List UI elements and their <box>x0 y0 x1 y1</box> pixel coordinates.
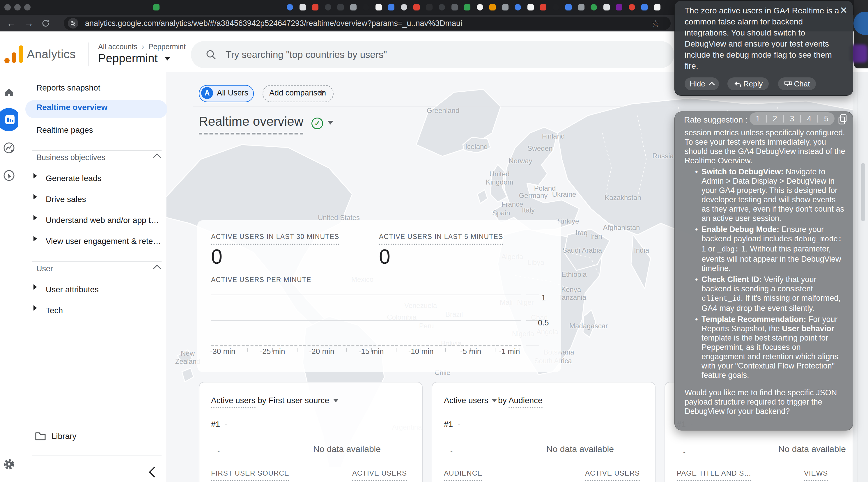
tab-favicon[interactable] <box>515 4 521 10</box>
macos-zoom-button[interactable] <box>24 4 31 10</box>
home-icon[interactable] <box>3 87 14 98</box>
suggestion-bullet: Template Recommendation: For your Report… <box>696 315 845 380</box>
expand-arrow-icon[interactable] <box>33 236 37 241</box>
macos-minimize-button[interactable] <box>14 4 21 10</box>
chat-button[interactable]: Chat <box>778 77 816 90</box>
tab-favicon[interactable] <box>325 4 331 10</box>
map-country-label: Kazakhstan <box>604 194 641 202</box>
explore-icon[interactable] <box>3 142 15 154</box>
sidebar-item-realtime-pages[interactable]: Realtime pages <box>36 124 93 136</box>
expand-arrow-icon[interactable] <box>33 194 37 199</box>
macos-close-button[interactable] <box>4 4 11 10</box>
tab-favicon[interactable] <box>616 4 622 10</box>
sidebar-section-business-objectives[interactable]: Business objectives <box>36 152 105 163</box>
reply-button[interactable]: Reply <box>727 77 769 90</box>
tab-favicon[interactable] <box>312 4 318 10</box>
card2-title[interactable]: Active users by Audience <box>444 396 542 405</box>
tab-favicon[interactable] <box>452 4 458 10</box>
tab-favicon[interactable] <box>363 4 369 10</box>
tab-favicon[interactable] <box>654 4 660 10</box>
expand-arrow-icon[interactable] <box>33 284 37 290</box>
card1-dimension-column[interactable]: FIRST USER SOURCE <box>211 469 289 481</box>
x-axis-label: -1 min <box>499 347 520 356</box>
chevron-down-icon[interactable] <box>328 121 333 125</box>
sidebar-item-view-engagement[interactable]: View user engagement & rete… <box>46 235 161 248</box>
rate-option-3[interactable]: 3 <box>784 115 801 123</box>
sidebar-item-user-attributes[interactable]: User attributes <box>46 283 99 296</box>
x-axis-label: -10 min <box>408 347 434 356</box>
tab-favicon[interactable] <box>553 4 559 10</box>
sidebar-item-realtime-overview[interactable]: Realtime overview <box>36 103 107 112</box>
sidebar-item-understand-web-app[interactable]: Understand web and/or app t… <box>46 214 159 227</box>
card1-metric-column[interactable]: ACTIVE USERS <box>352 469 407 481</box>
card3-dimension-column[interactable]: PAGE TITLE AND S… <box>677 469 751 481</box>
reload-icon[interactable] <box>41 19 50 28</box>
site-info-icon[interactable] <box>68 18 78 29</box>
tab-favicon[interactable] <box>578 4 585 10</box>
data-quality-check-icon[interactable]: ✓ <box>311 118 323 129</box>
tab-favicon[interactable] <box>153 4 159 10</box>
url-text[interactable]: analytics.google.com/analytics/web/#/a38… <box>85 17 462 30</box>
admin-gear-icon[interactable] <box>2 457 16 471</box>
close-icon[interactable]: × <box>840 4 847 16</box>
sidebar-item-library[interactable]: Library <box>52 430 76 443</box>
hide-button[interactable]: Hide <box>685 77 719 90</box>
sidebar-section-user[interactable]: User <box>36 263 53 275</box>
active-users-30min-label[interactable]: ACTIVE USERS IN LAST 30 MINUTES <box>211 233 339 245</box>
expand-arrow-icon[interactable] <box>33 173 37 179</box>
tab-favicon[interactable] <box>489 4 496 10</box>
active-users-5min-label[interactable]: ACTIVE USERS IN LAST 5 MINUTES <box>379 233 503 245</box>
scrollbar-thumb[interactable] <box>861 163 865 221</box>
property-selector[interactable]: Peppermint <box>98 52 167 65</box>
rate-option-5[interactable]: 5 <box>818 115 835 123</box>
copy-icon[interactable] <box>838 114 848 125</box>
card1-title[interactable]: Active users by First user source <box>211 396 337 405</box>
rate-option-1[interactable]: 1 <box>749 115 766 123</box>
tab-favicon[interactable] <box>464 4 470 10</box>
tab-favicon[interactable] <box>350 4 356 10</box>
tab-favicon[interactable] <box>375 4 382 10</box>
map-country-label: France <box>501 200 523 208</box>
tab-favicon[interactable] <box>439 4 445 10</box>
collapse-sidebar-icon[interactable] <box>149 467 160 478</box>
tab-favicon[interactable] <box>401 4 407 10</box>
tab-favicon[interactable] <box>540 4 546 10</box>
forward-icon[interactable]: → <box>24 15 34 31</box>
expand-arrow-icon[interactable] <box>33 215 37 220</box>
tab-favicon[interactable] <box>388 4 395 10</box>
collapse-section-icon[interactable] <box>153 264 161 272</box>
card3-metric-column[interactable]: VIEWS <box>804 469 828 481</box>
page-title: Realtime overview <box>199 114 303 134</box>
card2-metric-column[interactable]: ACTIVE USERS <box>585 469 640 481</box>
back-icon[interactable]: ← <box>6 15 16 31</box>
rate-option-2[interactable]: 2 <box>767 115 783 123</box>
rate-option-4[interactable]: 4 <box>801 115 817 123</box>
collapse-section-icon[interactable] <box>153 153 161 161</box>
tab-favicon[interactable] <box>477 4 483 10</box>
scrollbar-track-edge <box>858 72 858 482</box>
tab-favicon[interactable] <box>337 4 344 10</box>
bookmark-star-icon[interactable]: ☆ <box>651 17 660 30</box>
tab-favicon[interactable] <box>603 4 610 10</box>
tab-favicon[interactable] <box>413 4 420 10</box>
sidebar-item-generate-leads[interactable]: Generate leads <box>46 172 101 185</box>
tab-favicon[interactable] <box>565 4 572 10</box>
tab-favicon[interactable] <box>300 4 306 10</box>
map-country-label: Spain <box>492 209 510 217</box>
rate-suggestion-control[interactable]: 12345 <box>749 113 835 125</box>
tab-favicon[interactable] <box>426 4 433 10</box>
sidebar-item-tech[interactable]: Tech <box>46 304 63 317</box>
tab-favicon[interactable] <box>629 4 635 10</box>
tab-favicon[interactable] <box>527 4 534 10</box>
expand-arrow-icon[interactable] <box>33 305 37 311</box>
card2-dimension-column[interactable]: AUDIENCE <box>444 469 482 481</box>
suggestion-bullet: Switch to DebugView: Navigate to Admin >… <box>696 167 845 223</box>
tab-favicon[interactable] <box>287 4 293 10</box>
advertising-icon[interactable] <box>3 169 15 182</box>
tab-favicon[interactable] <box>641 4 648 10</box>
sidebar-item-drive-sales[interactable]: Drive sales <box>46 193 86 206</box>
sidebar-item-reports-snapshot[interactable]: Reports snapshot <box>36 82 100 94</box>
tab-favicon[interactable] <box>502 4 508 10</box>
breadcrumb[interactable]: All accounts › Peppermint <box>98 42 186 51</box>
tab-favicon[interactable] <box>591 4 597 10</box>
